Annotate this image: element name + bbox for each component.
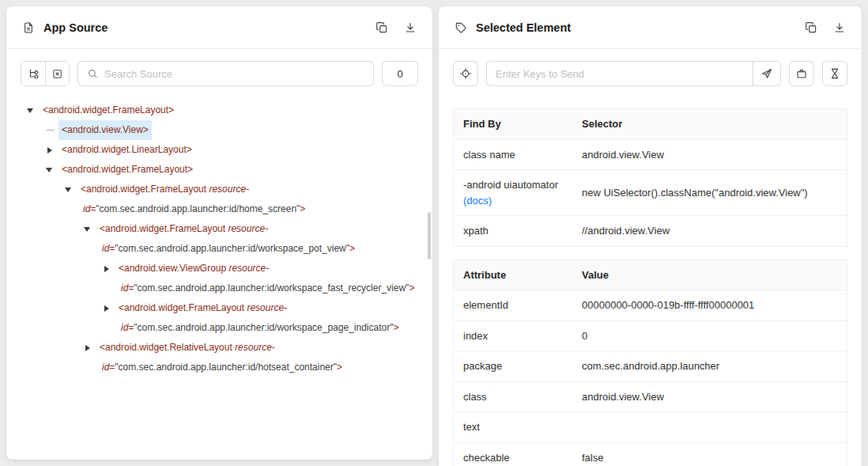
- download-icon: [833, 21, 846, 34]
- caret-right-icon[interactable]: [103, 298, 119, 318]
- selected-element-title: Selected Element: [476, 21, 571, 34]
- row-label: -android uiautomator(docs): [454, 170, 572, 215]
- row-value: android.view.View: [572, 382, 847, 412]
- source-search[interactable]: [77, 61, 374, 86]
- find-by-table: Find By Selector class nameandroid.view.…: [453, 108, 847, 247]
- row-label: text: [454, 412, 572, 442]
- table-row: index0: [454, 321, 847, 352]
- tree-node[interactable]: <android.view.View>: [27, 120, 428, 140]
- docs-link[interactable]: (docs): [463, 194, 563, 208]
- tree-tools-group: [21, 61, 70, 86]
- row-label: class name: [454, 140, 572, 170]
- close-square-icon: [51, 68, 63, 80]
- tree-node-label[interactable]: <android.widget.FrameLayout resource-id=…: [100, 219, 355, 259]
- file-text-icon: [21, 20, 36, 36]
- row-value: com.sec.android.app.launcher: [572, 351, 847, 381]
- tree-node[interactable]: <android.widget.LinearLayout>: [27, 140, 428, 160]
- attribute-rows: elementId00000000-0000-019b-ffff-ffff000…: [454, 290, 847, 466]
- row-value: //android.view.View: [572, 216, 847, 246]
- download-source-button[interactable]: [402, 20, 418, 36]
- value-header: Value: [572, 260, 847, 290]
- tree-node-label[interactable]: <android.widget.FrameLayout>: [43, 100, 174, 120]
- tree-node[interactable]: <android.widget.FrameLayout resource-id=…: [27, 219, 428, 259]
- tag-icon: [453, 20, 469, 36]
- appium-inspector-window: App Source: [0, 0, 868, 466]
- clear-element-button[interactable]: [789, 61, 814, 86]
- selected-element-panel: Selected Element: [439, 6, 862, 466]
- row-label: index: [454, 321, 572, 351]
- tap-element-button[interactable]: [453, 61, 478, 86]
- find-by-header-row: Find By Selector: [454, 109, 847, 140]
- row-label: package: [454, 351, 572, 381]
- caret-down-icon[interactable]: [46, 160, 62, 180]
- row-value: android.view.View: [572, 140, 847, 170]
- send-keys-button[interactable]: [753, 61, 781, 86]
- find-by-header: Find By: [454, 109, 572, 139]
- row-value: 00000000-0000-019b-ffff-ffff00000001: [572, 290, 847, 320]
- timing-button[interactable]: [822, 61, 847, 86]
- source-toolbar: 0: [6, 49, 432, 96]
- send-icon: [760, 67, 773, 80]
- attribute-header: Attribute: [454, 260, 572, 290]
- hourglass-icon: [828, 67, 841, 80]
- scrollbar-thumb[interactable]: [428, 212, 431, 260]
- row-value: new UiSelector().className("android.view…: [572, 178, 847, 208]
- selected-element-header: Selected Element: [439, 6, 862, 49]
- row-label: class: [454, 382, 572, 412]
- tree-node-label[interactable]: <android.widget.LinearLayout>: [62, 140, 192, 160]
- caret-down-icon[interactable]: [27, 100, 43, 120]
- tree-node-label-selected[interactable]: <android.view.View>: [58, 120, 152, 140]
- expand-tree-button[interactable]: [21, 62, 45, 85]
- table-row: checkablefalse: [454, 443, 847, 466]
- tree-node-label[interactable]: <android.widget.FrameLayout resource-id=…: [119, 298, 398, 338]
- clear-icon: [795, 67, 808, 80]
- copy-attributes-button[interactable]: [803, 20, 819, 36]
- caret-right-icon[interactable]: [46, 140, 62, 160]
- tree-node[interactable]: <android.widget.FrameLayout>: [27, 160, 428, 180]
- search-match-count: 0: [382, 61, 418, 86]
- tree-node[interactable]: <android.widget.FrameLayout resource-id=…: [27, 298, 428, 338]
- row-label: xpath: [454, 216, 572, 246]
- crosshair-icon: [459, 67, 472, 80]
- tree-node[interactable]: <android.widget.RelativeLayout resource-…: [27, 338, 428, 377]
- table-row: -android uiautomator(docs)new UiSelector…: [454, 170, 847, 216]
- search-icon: [87, 68, 98, 79]
- tree-node-label[interactable]: <android.view.ViewGroup resource-id="com…: [119, 259, 414, 298]
- table-row: elementId00000000-0000-019b-ffff-ffff000…: [454, 290, 847, 321]
- copy-icon: [376, 21, 388, 34]
- caret-down-icon[interactable]: [84, 219, 100, 239]
- caret-right-icon[interactable]: [103, 259, 119, 278]
- download-icon: [404, 21, 417, 34]
- copy-source-button[interactable]: [374, 20, 390, 36]
- tree-icon: [28, 68, 40, 80]
- app-source-header: App Source: [6, 6, 432, 49]
- row-value: false: [572, 443, 847, 466]
- tree-node-label[interactable]: <android.widget.FrameLayout>: [62, 160, 193, 180]
- row-label: elementId: [454, 290, 572, 320]
- row-value: 0: [572, 321, 847, 351]
- element-actions-toolbar: [439, 49, 862, 96]
- tree-node-label[interactable]: <android.widget.RelativeLayout resource-…: [100, 338, 342, 377]
- selector-header: Selector: [572, 109, 847, 139]
- download-attributes-button[interactable]: [832, 20, 847, 36]
- source-tree: <android.widget.FrameLayout><android.vie…: [6, 96, 432, 377]
- send-keys-group: [486, 61, 781, 86]
- search-source-input[interactable]: [104, 68, 364, 80]
- row-value: [572, 419, 847, 435]
- caret-right-icon[interactable]: [84, 338, 100, 358]
- row-label: checkable: [454, 443, 572, 466]
- table-row: text: [454, 412, 847, 443]
- copy-icon: [805, 21, 817, 34]
- app-source-title: App Source: [43, 21, 108, 34]
- find-by-rows: class nameandroid.view.View-android uiau…: [454, 140, 847, 246]
- send-keys-input[interactable]: [486, 61, 753, 86]
- tree-node[interactable]: <android.widget.FrameLayout resource-id=…: [27, 180, 428, 219]
- caret-down-icon[interactable]: [65, 180, 81, 199]
- table-row: xpath//android.view.View: [454, 216, 847, 246]
- tree-node-label[interactable]: <android.widget.FrameLayout resource-id=…: [81, 180, 305, 219]
- tree-node[interactable]: <android.view.ViewGroup resource-id="com…: [27, 259, 428, 298]
- tree-node[interactable]: <android.widget.FrameLayout>: [27, 100, 428, 120]
- collapse-tree-button[interactable]: [45, 62, 69, 85]
- attribute-header-row: Attribute Value: [454, 260, 847, 291]
- attribute-table: Attribute Value elementId00000000-0000-0…: [453, 260, 847, 466]
